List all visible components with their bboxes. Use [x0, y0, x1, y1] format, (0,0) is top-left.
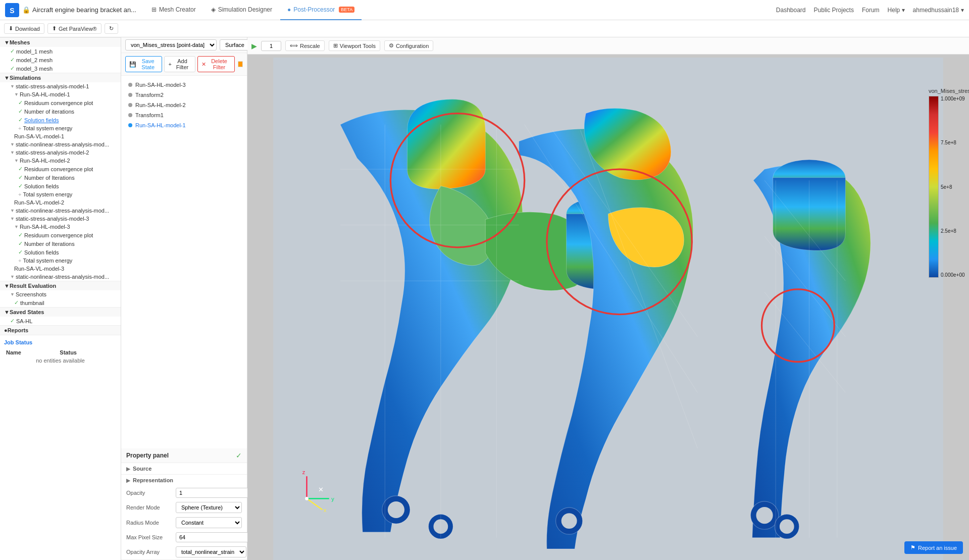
pipeline-item-run-sa-hl-2[interactable]: Run-SA-HL-model-2: [125, 100, 243, 110]
sim-item-residuum-3[interactable]: ✓ Residuum convergence plot: [0, 231, 121, 239]
svg-text:x: x: [324, 507, 327, 513]
color-scale: von_Mises_stress (Pa) 1.000e+09 7.5e+8 5…: [929, 88, 944, 290]
help-link[interactable]: Help ▾: [888, 7, 905, 14]
sim-item-iterations-2[interactable]: ✓ Number of Iterations: [0, 173, 121, 182]
green-check-icon: ✓: [18, 174, 23, 181]
render-mode-select[interactable]: Sphere (Texture): [176, 502, 242, 513]
pipeline-item-transform1[interactable]: Transform1: [125, 110, 243, 120]
sim-item-static-stress-1[interactable]: ▼ static-stress-analysis-model-1: [0, 82, 121, 90]
paraview-button[interactable]: ⬆ Get ParaView®: [47, 23, 101, 34]
lock-icon: 🔒: [22, 6, 30, 14]
green-check-icon: ✓: [10, 57, 15, 63]
report-issue-button[interactable]: ⚑ Report an issue: [904, 541, 963, 554]
tab-mesh-creator[interactable]: ⊞ Mesh Creator: [144, 0, 203, 20]
meshes-expand-icon: ▼: [4, 39, 10, 45]
max-pixel-label: Max Pixel Size: [126, 534, 172, 540]
rescale-button[interactable]: ⟺ Rescale: [285, 40, 325, 51]
reports-header[interactable]: ● Reports: [0, 325, 121, 335]
radius-mode-select[interactable]: Constant: [176, 517, 242, 528]
color-square[interactable]: [238, 61, 243, 67]
pipeline-dot: [128, 103, 132, 107]
radius-mode-label: Radius Mode: [126, 520, 172, 526]
sidebar-item-thumbnail[interactable]: ✓ thumbnail: [0, 298, 121, 307]
sim-item-residuum-2[interactable]: ✓ Residuum convergence plot: [0, 165, 121, 173]
result-eval-header[interactable]: ▼ Result Evaluation: [0, 281, 121, 290]
sim-item-total-energy-1[interactable]: + Total system energy: [0, 124, 121, 132]
sim-item-solution-fields-1[interactable]: ✓ Solution fields: [0, 116, 121, 124]
sim-item-solution-fields-2[interactable]: ✓ Solution fields: [0, 182, 121, 190]
sim-item-iterations-1[interactable]: ✓ Number of iterations: [0, 107, 121, 116]
sim-item-nonlinear-1[interactable]: ▼ static-nonlinear-stress-analysis-mod..…: [0, 140, 121, 148]
pp-check-icon[interactable]: ✓: [236, 451, 242, 460]
meshes-header[interactable]: ▼ Meshes: [0, 37, 121, 47]
refresh-button[interactable]: ↻: [105, 23, 118, 34]
download-button[interactable]: ⬇ Download: [4, 23, 44, 34]
dashboard-link[interactable]: Dashboard: [776, 7, 806, 14]
play-button[interactable]: ▶: [251, 42, 257, 50]
sim-item-iterations-3[interactable]: ✓ Number of Iterations: [0, 239, 121, 248]
source-arrow-icon: ▶: [126, 466, 130, 472]
filter-toolbar: 💾 Save State + Add Filter ✕ Delete Filte…: [121, 53, 247, 76]
sim-item-static-stress-3[interactable]: ▼ static-stress-analysis-model-3: [0, 215, 121, 223]
sim-item-run-sa-vl-1[interactable]: Run-SA-VL-model-1: [0, 132, 121, 140]
viewport-tools-button[interactable]: ⊞ Viewport Tools: [329, 40, 380, 51]
sim-item-residuum-1[interactable]: ✓ Residuum convergence plot: [0, 98, 121, 107]
plus-icon: +: [18, 191, 21, 197]
sidebar-item-model1-mesh[interactable]: ✓ model_1 mesh: [0, 47, 121, 56]
sidebar-item-sa-hl[interactable]: ✓ SA-HL: [0, 317, 121, 325]
sidebar-item-model2-mesh[interactable]: ✓ model_2 mesh: [0, 56, 121, 64]
sim-item-run-sa-hl-3[interactable]: ▼ Run-SA-HL-model-3: [0, 223, 121, 231]
refresh-icon: ↻: [109, 25, 114, 32]
sim-item-static-stress-2[interactable]: ▼ static-stress-analysis-model-2: [0, 148, 121, 157]
reports-expand-icon: ●: [4, 327, 8, 333]
left-sidebar: ▼ Meshes ✓ model_1 mesh ✓ model_2 mesh ✓…: [0, 37, 121, 560]
sim-item-run-sa-hl-2[interactable]: ▼ Run-SA-HL-model-2: [0, 157, 121, 165]
saved-states-header[interactable]: ▼ Saved States: [0, 307, 121, 317]
nav-tabs: ⊞ Mesh Creator ◈ Simulation Designer ● P…: [144, 0, 362, 20]
svg-text:✕: ✕: [318, 486, 324, 493]
add-filter-button[interactable]: + Add Filter: [164, 56, 195, 72]
expand-icon: ▼: [10, 292, 15, 297]
delete-filter-button[interactable]: ✕ Delete Filter: [197, 56, 235, 72]
configuration-button[interactable]: ⚙ Configuration: [384, 40, 433, 51]
pp-source-section: ▶ Source: [121, 463, 247, 475]
mesh-visualization: y z x ✕ von_Mises_stress (Pa): [247, 58, 969, 560]
user-menu[interactable]: ahmedhussain18 ▾: [913, 7, 964, 14]
sidebar-item-model3-mesh[interactable]: ✓ model_3 mesh: [0, 64, 121, 73]
forum-link[interactable]: Forum: [862, 7, 880, 14]
viewport-toolbar: ▶ ⟺ Rescale ⊞ Viewport Tools ⚙ Configura…: [247, 37, 969, 55]
simulation-designer-icon: ◈: [211, 6, 216, 13]
pp-representation-header[interactable]: ▶ Representation: [121, 475, 247, 486]
pp-opacity-array-row: Opacity Array total_nonlinear_strain: [121, 544, 247, 559]
field-select[interactable]: von_Mises_stress [point-data]: [125, 39, 217, 50]
pipeline-item-run-sa-hl-3[interactable]: Run-SA-HL-model-3: [125, 80, 243, 90]
max-pixel-input[interactable]: [176, 532, 252, 542]
sidebar-item-screenshots[interactable]: ▼ Screenshots: [0, 290, 121, 298]
green-check-icon: ✓: [18, 232, 23, 238]
sim-item-run-sa-vl-3[interactable]: Run-SA-VL-model-3: [0, 265, 121, 273]
pipeline-item-run-sa-hl-1[interactable]: Run-SA-HL-model-1: [125, 120, 243, 130]
table-row: no entities available: [4, 357, 117, 365]
pipeline-item-transform2[interactable]: Transform2: [125, 90, 243, 100]
public-projects-link[interactable]: Public Projects: [814, 7, 854, 14]
sim-item-total-energy-2[interactable]: + Total system energy: [0, 190, 121, 198]
simulations-header[interactable]: ▼ Simulations: [0, 73, 121, 82]
sim-item-run-sa-vl-2[interactable]: Run-SA-VL-model-2: [0, 198, 121, 207]
tab-simulation-designer[interactable]: ◈ Simulation Designer: [204, 0, 279, 20]
scale-title: von_Mises_stress (Pa): [929, 88, 969, 94]
sim-item-solution-fields-3[interactable]: ✓ Solution fields: [0, 248, 121, 257]
sim-item-total-energy-3[interactable]: + Total system energy: [0, 257, 121, 265]
tab-post-processor[interactable]: ● Post-Processor BETA: [280, 0, 362, 20]
sim-item-nonlinear-3[interactable]: ▼ static-nonlinear-stress-analysis-mod..…: [0, 273, 121, 281]
expand-icon: ▼: [14, 158, 19, 163]
svg-point-40: [305, 497, 309, 500]
save-state-button[interactable]: 💾 Save State: [125, 56, 162, 72]
sim-item-run-sa-hl-1[interactable]: ▼ Run-SA-HL-model-1: [0, 90, 121, 98]
sim-item-nonlinear-2[interactable]: ▼ static-nonlinear-stress-analysis-mod..…: [0, 207, 121, 215]
pp-source-header[interactable]: ▶ Source: [121, 463, 247, 474]
green-check-icon: ✓: [10, 318, 15, 324]
opacity-array-select[interactable]: total_nonlinear_strain: [176, 546, 246, 557]
frame-input[interactable]: [261, 41, 281, 51]
opacity-input[interactable]: [176, 488, 252, 498]
top-nav: S 🔒 Aircraft engine bearing bracket an..…: [0, 0, 969, 20]
